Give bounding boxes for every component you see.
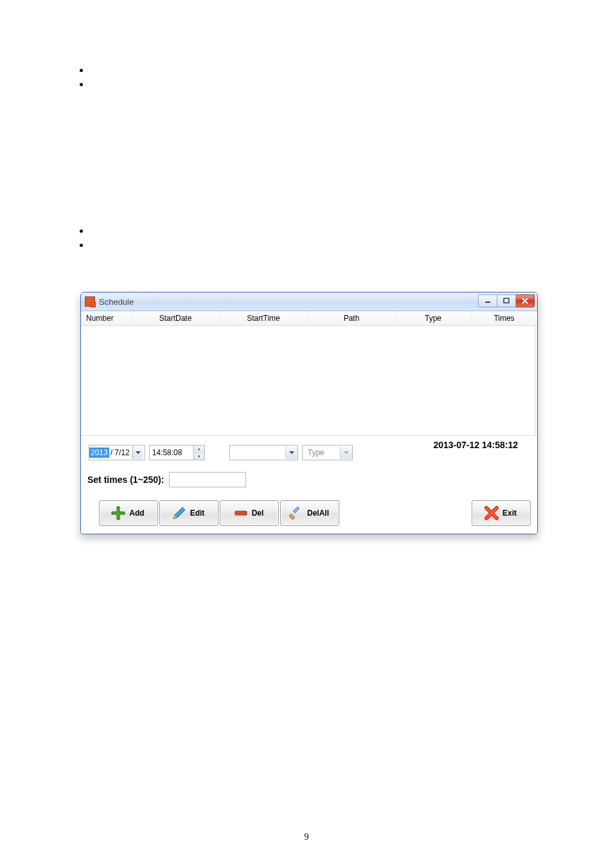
close-button[interactable] [516,294,535,307]
spinner-up-icon[interactable]: ▲ [194,446,204,453]
broom-icon [288,505,305,521]
col-number[interactable]: Number [81,311,132,325]
svg-rect-1 [504,298,509,303]
page-number: 9 [0,832,613,842]
add-button-label: Add [129,509,144,518]
current-time-label: 2013-07-12 14:58:12 [433,440,518,450]
schedule-list[interactable] [81,326,535,436]
set-times-input[interactable] [169,472,246,487]
delall-button[interactable]: DelAll [280,500,339,526]
set-times-label: Set times (1~250): [87,475,164,485]
exit-button[interactable]: Exit [472,500,531,526]
date-remainder: / 7/12 [109,448,132,457]
maximize-button[interactable] [497,294,516,307]
svg-rect-0 [485,302,490,303]
doc-quote-block [90,112,562,199]
doc-bullets-1 [90,64,562,93]
spinner-down-icon[interactable]: ▼ [194,453,204,460]
col-starttime[interactable]: StartTime [220,311,308,325]
column-headers: Number StartDate StartTime Path Type Tim… [81,311,537,326]
path-combo[interactable] [229,445,298,460]
edit-button-label: Edit [190,509,205,518]
col-path[interactable]: Path [308,311,396,325]
date-year-selected: 2013 [89,448,109,458]
minimize-button[interactable] [478,294,497,307]
app-icon [85,296,95,307]
start-date-picker[interactable]: 2013 / 7/12 [89,445,145,460]
pencil-icon [171,505,188,521]
col-type[interactable]: Type [396,311,471,325]
schedule-window: Schedule Number StartDate StartTime Path [80,292,538,534]
delall-button-label: DelAll [307,509,329,518]
type-combo[interactable]: Type [302,445,353,460]
del-button[interactable]: Del [220,500,279,526]
start-time-spinner[interactable]: ▲ ▼ [149,445,205,460]
date-dropdown-icon[interactable] [132,446,143,459]
minus-icon [233,505,249,521]
svg-rect-2 [235,511,247,515]
col-times[interactable]: Times [471,311,537,325]
del-button-label: Del [252,509,264,518]
doc-bullets-2 [90,225,562,253]
add-button[interactable]: Add [99,500,158,526]
start-time-input[interactable] [150,446,193,459]
type-combo-dropdown-icon[interactable] [340,446,352,459]
col-startdate[interactable]: StartDate [132,311,220,325]
titlebar[interactable]: Schedule [81,293,537,311]
path-combo-dropdown-icon[interactable] [285,446,298,459]
window-buttons [478,294,535,307]
edit-button[interactable]: Edit [159,500,218,526]
window-title: Schedule [99,297,134,307]
x-icon [483,505,500,521]
plus-icon [110,505,127,521]
exit-button-label: Exit [502,509,517,518]
type-combo-value: Type [303,448,340,457]
